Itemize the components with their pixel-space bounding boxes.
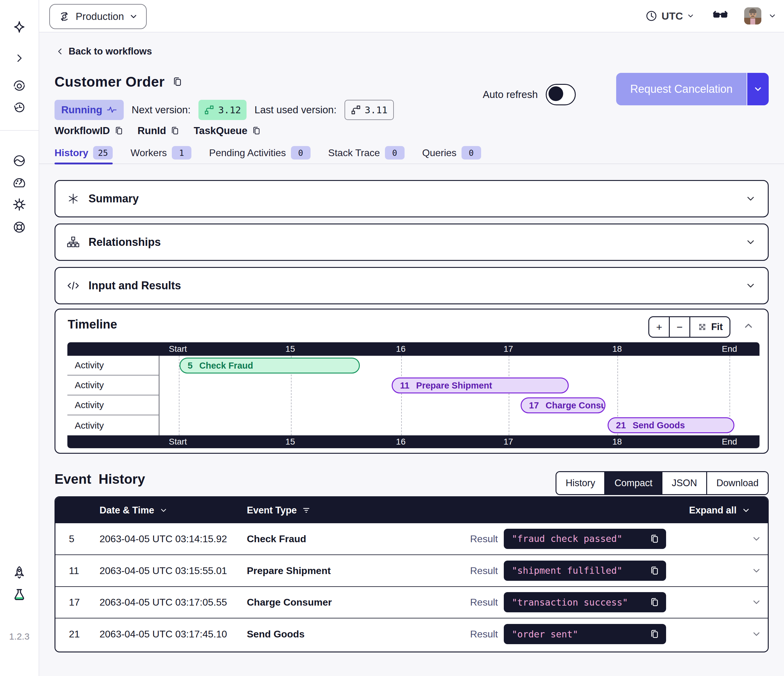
event-id: 17 (69, 597, 80, 608)
view-json-button[interactable]: JSON (661, 472, 706, 494)
timeline-row-label: Activity (67, 415, 159, 435)
relationships-section-header[interactable]: Relationships (54, 224, 769, 261)
timeline-bar-label: Send Goods (633, 420, 685, 430)
timeline-plot: 5Check Fraud 11Prepare Shipment 17Charge… (160, 356, 759, 435)
workflow-id-label: WorkflowID (54, 125, 110, 137)
last-used-version-label: Last used version: (255, 104, 337, 116)
expand-row-chevron-icon[interactable] (751, 534, 762, 544)
app-logo-icon[interactable] (12, 20, 26, 35)
timeline-bar-charge-consumer[interactable]: 17Charge Consumer (521, 398, 605, 413)
nav-support-icon[interactable] (12, 220, 26, 234)
namespace-selector-button[interactable]: Production (49, 4, 147, 29)
event-row[interactable]: 11 2063-04-05 UTC 03:15:55.01 Prepare Sh… (55, 555, 768, 587)
nav-schedules-icon[interactable] (12, 100, 26, 114)
view-history-button[interactable]: History (557, 472, 604, 494)
request-cancelation-button[interactable]: Request Cancelation (616, 73, 769, 105)
timeline-lane: 11Prepare Shipment (160, 376, 759, 396)
timeline-axis-label: End (722, 437, 737, 447)
tab-pending-activities[interactable]: Pending Activities 0 (209, 142, 311, 163)
expand-all-button[interactable]: Expand all (689, 505, 751, 516)
user-menu-chevron-icon[interactable] (768, 12, 777, 20)
timeline-axis-label: Start (169, 437, 187, 447)
event-datetime: 2063-04-05 UTC 03:17:05.55 (100, 597, 227, 608)
event-id: 21 (69, 629, 80, 640)
tab-history[interactable]: History 25 (54, 142, 113, 163)
nav-workflows-icon[interactable] (12, 79, 26, 93)
expand-all-label: Expand all (689, 505, 737, 516)
cancelation-menu-chevron[interactable] (747, 73, 769, 105)
nav-getting-started-rocket-icon[interactable] (12, 566, 26, 580)
column-event-type-filter[interactable]: Event Type (247, 505, 311, 516)
tab-workers[interactable]: Workers 1 (131, 142, 191, 163)
labs-glasses-icon[interactable] (712, 8, 728, 24)
timeline-bar-event-id: 17 (529, 401, 539, 410)
result-value: "fraud check passed" (512, 533, 649, 544)
event-datetime: 2063-04-05 UTC 03:14:15.92 (100, 533, 227, 544)
run-id-copy[interactable]: RunId (137, 125, 180, 137)
back-to-workflows-link[interactable]: Back to workflows (56, 46, 152, 57)
status-badge: Running (54, 100, 124, 120)
nav-usage-icon[interactable] (12, 175, 26, 189)
timeline-chart: Start15161718End Activity Activity Activ… (67, 342, 759, 448)
back-label: Back to workflows (68, 46, 152, 57)
expand-row-chevron-icon[interactable] (751, 629, 762, 639)
tab-queries[interactable]: Queries 0 (422, 142, 481, 163)
timeline-bar-prepare-shipment[interactable]: 11Prepare Shipment (392, 378, 569, 393)
nav-namespaces-icon[interactable] (12, 154, 26, 168)
workflow-id-copy[interactable]: WorkflowID (54, 125, 124, 137)
nav-labs-flask-icon[interactable] (12, 588, 26, 602)
event-row[interactable]: 21 2063-04-05 UTC 03:17:45.10 Send Goods… (55, 619, 768, 650)
tab-label: Stack Trace (328, 147, 380, 159)
zoom-in-button[interactable]: + (649, 317, 669, 337)
pulse-icon (107, 105, 117, 115)
topbar: Production UTC (39, 0, 784, 33)
copy-result-icon[interactable] (649, 629, 660, 640)
tab-count-badge: 0 (462, 146, 481, 160)
summary-section-header[interactable]: Summary (54, 180, 769, 218)
tab-count-badge: 0 (385, 146, 404, 160)
chevron-down-icon (687, 12, 695, 20)
input-results-section-header[interactable]: Input and Results (54, 267, 769, 304)
column-date-time-sort[interactable]: Date & Time (100, 505, 168, 516)
timeline-bar-send-goods[interactable]: 21Send Goods (608, 417, 734, 433)
result-chip: "order sent" (504, 624, 666, 644)
expand-row-chevron-icon[interactable] (751, 566, 762, 576)
timeline-axis-label: End (722, 344, 737, 354)
event-type: Prepare Shipment (247, 565, 331, 576)
expand-row-chevron-icon[interactable] (751, 597, 762, 608)
copy-result-icon[interactable] (649, 533, 660, 544)
request-cancelation-label: Request Cancelation (616, 73, 747, 105)
next-version-label: Next version: (132, 104, 191, 116)
event-row[interactable]: 5 2063-04-05 UTC 03:14:15.92 Check Fraud… (55, 523, 768, 555)
event-history-title: Event History (54, 471, 145, 487)
copy-result-icon[interactable] (649, 597, 660, 608)
main-content: Back to workflows Customer Order Auto re… (39, 32, 784, 676)
timeline-axis-bottom: Start15161718End (67, 435, 759, 448)
event-id: 5 (69, 533, 75, 544)
zoom-out-button[interactable]: − (669, 317, 689, 337)
copy-workflow-name-icon[interactable] (171, 76, 183, 87)
tab-stack-trace[interactable]: Stack Trace 0 (328, 142, 404, 163)
event-row[interactable]: 17 2063-04-05 UTC 03:17:05.55 Charge Con… (55, 587, 768, 619)
expand-sidebar-chevron-icon[interactable] (14, 53, 25, 64)
collapse-timeline-chevron-icon[interactable] (743, 320, 754, 332)
view-download-button[interactable]: Download (706, 472, 768, 494)
copy-result-icon[interactable] (649, 565, 660, 576)
event-datetime: 2063-04-05 UTC 03:17:45.10 (100, 629, 227, 640)
task-queue-copy[interactable]: TaskQueue (194, 125, 261, 137)
view-compact-button[interactable]: Compact (604, 472, 661, 494)
result-label: Result (470, 597, 498, 608)
fit-button[interactable]: Fit (689, 317, 730, 337)
chevron-left-icon (56, 47, 64, 56)
timeline-bar-check-fraud[interactable]: 5Check Fraud (179, 357, 360, 373)
user-avatar[interactable] (744, 7, 761, 25)
timeline-axis-label: 18 (612, 437, 622, 447)
nav-settings-gear-icon[interactable] (12, 197, 26, 211)
next-version-value: 3.12 (218, 104, 241, 115)
auto-refresh-toggle[interactable] (546, 84, 576, 105)
tab-label: Workers (131, 147, 167, 159)
timeline-title: Timeline (68, 317, 117, 331)
column-date-time-label: Date & Time (100, 505, 154, 516)
timezone-selector[interactable]: UTC (645, 9, 695, 22)
result-label: Result (470, 629, 498, 640)
